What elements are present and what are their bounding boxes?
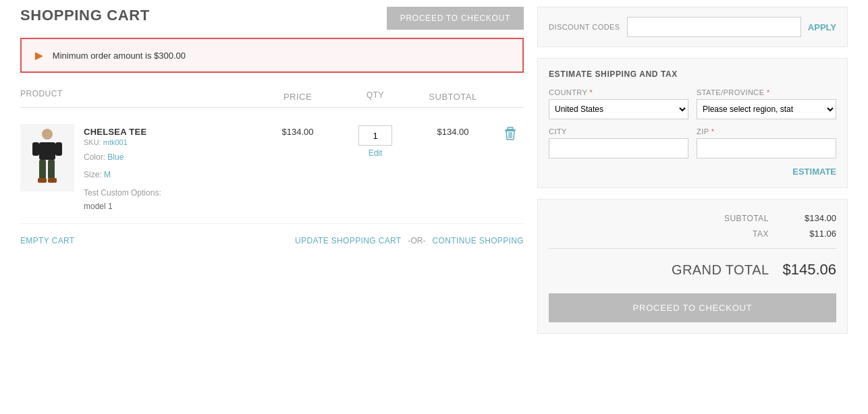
table-row: CHELSEA TEE SKU: mtk001 Color: Blue Size… (20, 115, 524, 224)
apply-discount-link[interactable]: APPLY (808, 22, 836, 32)
cart-actions: EMPTY CART UPDATE SHOPPING CART -OR- CON… (20, 224, 524, 252)
svg-rect-6 (38, 178, 47, 183)
city-zip-row: CITY ZIP * (549, 127, 836, 158)
subtotal-label: SUBTOTAL (715, 214, 769, 223)
product-qty-cell: Edit (342, 124, 409, 158)
city-label: CITY (549, 127, 688, 136)
country-select[interactable]: United States Canada United Kingdom (549, 99, 688, 119)
product-sku-link[interactable]: mtk001 (103, 138, 128, 146)
svg-rect-2 (32, 142, 39, 156)
continue-shopping-link[interactable]: CONTINUE SHOPPING (433, 236, 524, 245)
country-required: * (590, 88, 593, 96)
svg-rect-7 (48, 178, 57, 183)
proceed-to-checkout-button[interactable]: PROCEED TO CHECKOUT (549, 293, 836, 322)
update-cart-link[interactable]: UPDATE SHOPPING CART (295, 236, 401, 245)
zip-input[interactable] (697, 138, 836, 158)
or-separator: -OR- (408, 236, 426, 245)
zip-required: * (711, 127, 715, 136)
delete-cell (497, 124, 524, 143)
alert-arrow-icon: ► (32, 49, 46, 62)
totals-section: SUBTOTAL $134.00 TAX $11.06 GRAND TOTAL … (537, 199, 848, 334)
header-subtotal: SUBTOTAL (409, 89, 497, 102)
header-qty: QTY (342, 89, 409, 102)
svg-point-0 (42, 129, 53, 140)
delete-item-button[interactable] (504, 127, 516, 143)
header-price: PRICE (254, 89, 342, 102)
svg-rect-5 (48, 160, 55, 179)
svg-rect-4 (39, 160, 46, 179)
right-sidebar: DISCOUNT CODES APPLY ESTIMATE SHIPPING A… (537, 7, 848, 334)
quantity-input[interactable] (358, 125, 392, 146)
city-field: CITY (549, 127, 688, 158)
zip-field: ZIP * (697, 127, 836, 158)
state-field: STATE/PROVINCE * Please select region, s… (697, 88, 836, 119)
state-label: STATE/PROVINCE * (697, 88, 836, 96)
grand-total-row: GRAND TOTAL $145.06 (549, 256, 836, 284)
svg-rect-3 (55, 142, 62, 156)
product-image (20, 124, 74, 191)
product-sku: SKU: mtk001 (84, 138, 161, 146)
country-label: COUNTRY * (549, 88, 688, 96)
minimum-order-alert: ► Minimum order amount is $300.00 (20, 38, 524, 73)
discount-label: DISCOUNT CODES (549, 23, 620, 31)
state-select[interactable]: Please select region, stat (697, 99, 836, 119)
page-title: SHOPPING CART (20, 7, 150, 24)
product-cell: CHELSEA TEE SKU: mtk001 Color: Blue Size… (20, 124, 254, 214)
subtotal-row: SUBTOTAL $134.00 (549, 210, 836, 226)
discount-code-input[interactable] (627, 17, 801, 37)
header-product: PRODUCT (20, 89, 254, 102)
edit-link[interactable]: Edit (342, 148, 409, 158)
estimate-link[interactable]: ESTIMATE (549, 167, 836, 177)
city-input[interactable] (549, 138, 688, 158)
svg-rect-9 (508, 127, 513, 129)
proceed-to-checkout-top-button[interactable]: PROCEED TO CHECKOUT (387, 7, 524, 30)
alert-message: Minimum order amount is $300.00 (53, 51, 186, 61)
product-details: CHELSEA TEE SKU: mtk001 Color: Blue Size… (84, 124, 161, 214)
totals-divider (549, 248, 836, 249)
country-state-row: COUNTRY * United States Canada United Ki… (549, 88, 836, 119)
grand-total-label: GRAND TOTAL (672, 262, 769, 278)
product-subtotal: $134.00 (409, 124, 497, 137)
header-actions (497, 89, 524, 102)
product-name: CHELSEA TEE (84, 127, 161, 137)
shipping-estimate-section: ESTIMATE SHIPPING AND TAX COUNTRY * Unit… (537, 58, 848, 188)
product-color: Color: Blue (84, 150, 161, 164)
tax-label: TAX (715, 229, 769, 239)
shipping-title: ESTIMATE SHIPPING AND TAX (549, 69, 836, 79)
zip-label: ZIP * (697, 127, 836, 136)
state-required: * (767, 88, 770, 96)
product-custom-options: Test Custom Options: model 1 (84, 186, 161, 214)
tax-row: TAX $11.06 (549, 226, 836, 241)
country-field: COUNTRY * United States Canada United Ki… (549, 88, 688, 119)
cart-table-header: PRODUCT PRICE QTY SUBTOTAL (20, 85, 524, 108)
product-size: Size: M (84, 168, 161, 181)
grand-total-value: $145.06 (782, 261, 836, 278)
product-price: $134.00 (254, 124, 342, 137)
discount-section: DISCOUNT CODES APPLY (537, 7, 848, 47)
empty-cart-link[interactable]: EMPTY CART (20, 236, 75, 245)
svg-rect-1 (39, 142, 55, 160)
subtotal-value: $134.00 (789, 213, 836, 223)
tax-value: $11.06 (789, 229, 836, 239)
